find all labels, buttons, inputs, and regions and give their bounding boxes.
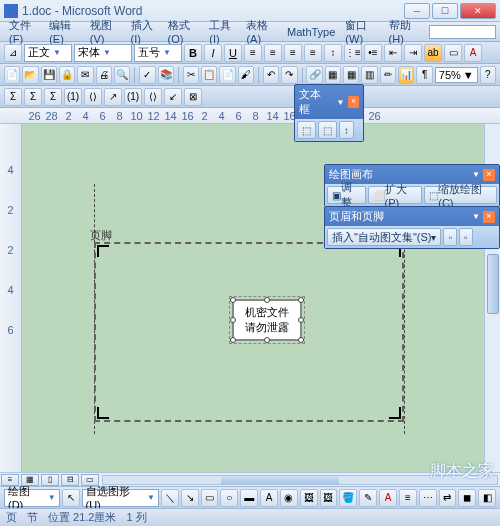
menu-tools[interactable]: 工具(I) <box>204 16 241 47</box>
style-select[interactable]: 正文▼ <box>24 44 72 62</box>
numbering-button[interactable]: ⋮≡ <box>344 44 362 62</box>
view-outline-button[interactable]: ⊟ <box>61 474 79 486</box>
hscroll-thumb[interactable] <box>221 476 339 484</box>
border-button[interactable]: ▭ <box>444 44 462 62</box>
excel-button[interactable]: ▦ <box>343 66 359 84</box>
handle-tl[interactable] <box>230 297 236 303</box>
paragraph-marks-button[interactable]: ¶ <box>416 66 432 84</box>
handle-b[interactable] <box>264 337 270 343</box>
menu-edit[interactable]: 编辑(E) <box>44 16 85 47</box>
textbox-object[interactable]: 机密文件 请勿泄露 <box>232 299 302 341</box>
preview-button[interactable]: 🔍 <box>114 66 130 84</box>
zoom-select[interactable]: 75%▼ <box>435 67 478 83</box>
bullets-button[interactable]: •≡ <box>364 44 382 62</box>
eq-btn-7[interactable]: ⊠ <box>184 88 202 106</box>
font-select[interactable]: 宋体▼ <box>74 44 132 62</box>
eq-btn-2[interactable]: ⟨⟩ <box>84 88 102 106</box>
indent-inc-button[interactable]: ⇥ <box>404 44 422 62</box>
rect-button[interactable]: ▭ <box>201 489 219 507</box>
dash-style-button[interactable]: ⋯ <box>419 489 437 507</box>
hf-page-btn[interactable]: ▫ <box>443 228 457 246</box>
menu-format[interactable]: 格式(O) <box>163 16 205 47</box>
bold-button[interactable]: B <box>184 44 202 62</box>
clipart-button[interactable]: 🖼 <box>300 489 318 507</box>
open-button[interactable]: 📂 <box>22 66 38 84</box>
textbox-dir-btn[interactable]: ↕ <box>339 121 354 139</box>
cut-button[interactable]: ✂ <box>183 66 199 84</box>
eq-btn-1[interactable]: (1) <box>64 88 82 106</box>
diagram-button[interactable]: ◉ <box>280 489 298 507</box>
oval-button[interactable]: ○ <box>220 489 238 507</box>
menu-insert[interactable]: 插入(I) <box>126 16 163 47</box>
font-color-button[interactable]: A <box>464 44 482 62</box>
textbox-break-btn[interactable]: ⬚ <box>318 121 337 139</box>
drawing-button[interactable]: ✏ <box>380 66 396 84</box>
hf-toolbar-close[interactable]: × <box>483 211 495 223</box>
line-button[interactable]: ＼ <box>161 489 179 507</box>
arrow-button[interactable]: ↘ <box>181 489 199 507</box>
font-color-button-2[interactable]: A <box>379 489 397 507</box>
format-painter-button[interactable]: 🖌 <box>238 66 254 84</box>
menu-window[interactable]: 窗口(W) <box>340 16 383 47</box>
wordart-button[interactable]: A <box>260 489 278 507</box>
new-button[interactable]: 📄 <box>4 66 20 84</box>
textbox-toolbar-close[interactable]: × <box>348 96 359 108</box>
picture-button[interactable]: 🖼 <box>320 489 338 507</box>
eq-btn-4[interactable]: (1) <box>124 88 142 106</box>
undo-button[interactable]: ↶ <box>263 66 279 84</box>
eq-btn-5[interactable]: ⟨⟩ <box>144 88 162 106</box>
scroll-thumb[interactable] <box>487 254 499 314</box>
columns-button[interactable]: ▥ <box>361 66 377 84</box>
hyperlink-button[interactable]: 🔗 <box>306 66 322 84</box>
sigma2-button[interactable]: Σ <box>24 88 42 106</box>
maximize-button[interactable]: ☐ <box>432 3 458 19</box>
autoshapes-menu[interactable]: 自选图形(U)▼ <box>82 489 159 507</box>
copy-button[interactable]: 📋 <box>201 66 217 84</box>
draw-menu[interactable]: 绘图(D)▼ <box>4 489 60 507</box>
canvas-toolbar-close[interactable]: × <box>483 169 495 181</box>
help-search-input[interactable] <box>429 25 496 39</box>
sigma3-button[interactable]: Σ <box>44 88 62 106</box>
eq-btn-6[interactable]: ↙ <box>164 88 182 106</box>
align-center-button[interactable]: ≡ <box>264 44 282 62</box>
chart-button[interactable]: 📊 <box>398 66 414 84</box>
paste-button[interactable]: 📄 <box>219 66 235 84</box>
menu-mathtype[interactable]: MathType <box>282 24 340 40</box>
save-button[interactable]: 💾 <box>41 66 57 84</box>
underline-button[interactable]: U <box>224 44 242 62</box>
fill-color-button[interactable]: 🪣 <box>339 489 357 507</box>
canvas-fit-button[interactable]: ▣ 调整 <box>327 186 366 204</box>
handle-t[interactable] <box>264 297 270 303</box>
outline-icon[interactable]: ⊿ <box>4 44 22 62</box>
help-button[interactable]: ? <box>480 66 496 84</box>
menu-file[interactable]: 文件(F) <box>4 16 44 47</box>
textbox-button[interactable]: ▬ <box>240 489 258 507</box>
canvas-toolbar[interactable]: 绘图画布 ▼ × ▣ 调整 ⬜ 扩大(P) ⬚ 缩放绘图(C) <box>324 164 500 207</box>
textbox-toolbar[interactable]: 文本框 ▼ × ⬚ ⬚ ↕ <box>294 84 364 142</box>
handle-r[interactable] <box>298 317 304 323</box>
menu-view[interactable]: 视图(V) <box>85 16 126 47</box>
indent-dec-button[interactable]: ⇤ <box>384 44 402 62</box>
hf-autotext-button[interactable]: 插入"自动图文集"(S) ▾ <box>327 228 441 246</box>
handle-tr[interactable] <box>298 297 304 303</box>
arrow-style-button[interactable]: ⇄ <box>439 489 457 507</box>
size-select[interactable]: 五号▼ <box>134 44 182 62</box>
close-button[interactable]: ✕ <box>460 3 496 19</box>
highlight-button[interactable]: ab <box>424 44 442 62</box>
align-justify-button[interactable]: ≡ <box>304 44 322 62</box>
menu-table[interactable]: 表格(A) <box>241 16 282 47</box>
ruler-vertical[interactable]: 42246 <box>0 124 22 474</box>
italic-button[interactable]: I <box>204 44 222 62</box>
handle-bl[interactable] <box>230 337 236 343</box>
line-spacing-button[interactable]: ↕ <box>324 44 342 62</box>
redo-button[interactable]: ↷ <box>281 66 297 84</box>
shadow-button[interactable]: ◼ <box>458 489 476 507</box>
handle-l[interactable] <box>230 317 236 323</box>
select-objects-button[interactable]: ↖ <box>62 489 80 507</box>
print-button[interactable]: 🖨 <box>96 66 112 84</box>
menu-help[interactable]: 帮助(H) <box>384 16 425 47</box>
align-right-button[interactable]: ≡ <box>284 44 302 62</box>
permission-button[interactable]: 🔒 <box>59 66 75 84</box>
align-left-button[interactable]: ≡ <box>244 44 262 62</box>
line-color-button[interactable]: ✎ <box>359 489 377 507</box>
